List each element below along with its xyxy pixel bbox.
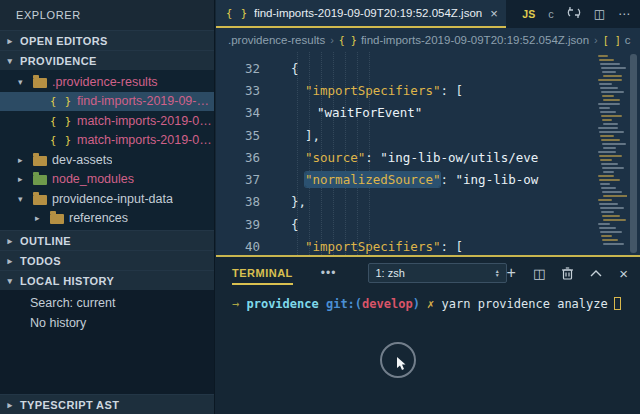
folder-icon (33, 156, 47, 166)
split-terminal-icon[interactable]: ◫ (533, 266, 545, 281)
minimap-line (598, 79, 622, 81)
c-badge-icon[interactable]: c (548, 8, 554, 20)
tree-item[interactable]: { }find-imports-2019-09-09T20... (0, 92, 214, 112)
tree-item[interactable]: { }match-imports-2019-09-09T... (0, 111, 214, 131)
line-number[interactable]: 38 (216, 194, 278, 209)
minimap-line (603, 219, 626, 221)
prompt-token: develop (362, 297, 413, 311)
section-providence[interactable]: ▾ PROVIDENCE (0, 50, 214, 70)
tab-find-imports-json[interactable]: { } find-imports-2019-09-09T20:19:52.054… (216, 0, 506, 28)
section-outline[interactable]: ▸ OUTLINE (0, 230, 214, 250)
minimap-line (603, 243, 624, 245)
minimap-line (601, 163, 618, 165)
tab-close-icon[interactable]: × (490, 6, 498, 21)
code-editor[interactable]: 32{33"importSpecifiers": [34"waitForEven… (216, 52, 640, 255)
code-line[interactable]: 40"importSpecifiers": [ (216, 235, 640, 255)
editor-actions: JS c ◫ ⋯ (522, 0, 640, 28)
sidebar-title: EXPLORER (0, 0, 214, 30)
tree-item[interactable]: { }match-imports-2019-09-09T... (0, 131, 214, 151)
line-content: "waitForEvent" (317, 105, 422, 120)
code-token: "importSpecifiers" (305, 83, 440, 98)
minimap-line (599, 59, 614, 61)
breadcrumb-segment[interactable]: { }find-imports-2019-09-09T20:19:52.054Z… (339, 34, 589, 46)
vscode-window: { "sidebar": { "title": "EXPLORER", "ope… (0, 0, 640, 414)
prompt-token: providence (246, 297, 318, 311)
tree-item-label: find-imports-2019-09-09T20... (77, 94, 214, 108)
shell-prompt: → providence git:(develop) ✗ yarn provid… (232, 297, 608, 311)
minimap-line (598, 175, 614, 177)
tree-item-label: match-imports-2019-09-09T... (77, 133, 214, 147)
tree-item[interactable]: ▸dev-assets (0, 150, 214, 170)
terminal-header: TERMINAL ••• 1: zsh ▲▼ + ◫ (216, 257, 640, 289)
breadcrumb-segment[interactable]: [ ]c (603, 34, 631, 46)
code-line[interactable]: 35], (216, 124, 640, 146)
tree-item[interactable]: ▸node_modules (0, 170, 214, 190)
section-todos[interactable]: ▸ TODOS (0, 250, 214, 270)
chevron-right-icon: ▸ (18, 174, 28, 184)
code-line[interactable]: 37"normalizedSource": "ing-lib-ow (216, 168, 640, 190)
terminal-tab[interactable]: TERMINAL (232, 261, 293, 285)
js-badge-icon[interactable]: JS (522, 8, 535, 20)
split-editor-icon[interactable]: ◫ (594, 7, 605, 21)
prompt-token: ✗ (420, 297, 442, 311)
more-actions-icon[interactable]: ⋯ (618, 7, 630, 21)
line-number[interactable]: 35 (216, 128, 278, 143)
code-line[interactable]: 33"importSpecifiers": [ (216, 79, 640, 101)
breadcrumb-segment[interactable]: .providence-results (228, 34, 325, 46)
code-token: { (291, 217, 299, 232)
tree-item-label: .providence-results (52, 75, 158, 89)
minimap-line (602, 95, 614, 97)
code-token: "normalizedSource" (305, 172, 440, 187)
folder-icon (33, 195, 47, 205)
terminal-select[interactable]: 1: zsh ▲▼ (368, 263, 506, 283)
section-typescript-ast[interactable]: ▸ TYPESCRIPT AST (0, 394, 214, 414)
close-panel-icon[interactable]: × (619, 265, 628, 282)
maximize-panel-icon[interactable] (590, 269, 602, 277)
line-number[interactable]: 39 (216, 217, 278, 232)
code-line[interactable]: 36"source": "ing-lib-ow/utils/eve (216, 146, 640, 168)
line-number[interactable]: 36 (216, 150, 278, 165)
line-content: { (291, 217, 299, 232)
minimap-line (598, 151, 616, 153)
terminal-output[interactable]: → providence git:(develop) ✗ yarn provid… (216, 289, 640, 311)
code-token: "ing-lib-ow (456, 172, 539, 187)
sync-icon[interactable] (567, 6, 581, 22)
minimap-line (600, 135, 614, 137)
minimap[interactable] (594, 52, 627, 255)
section-label: TODOS (20, 255, 61, 267)
kill-terminal-icon[interactable] (562, 267, 573, 280)
editor-scrollbar[interactable] (630, 54, 637, 253)
line-number[interactable]: 40 (216, 239, 278, 254)
tree-item-label: providence-input-data (52, 192, 173, 206)
tree-item-label: node_modules (52, 172, 134, 186)
tree-item[interactable]: ▾.providence-results (0, 72, 214, 92)
array-icon: [ ] (603, 35, 621, 46)
minimap-line (599, 83, 612, 85)
terminal-panel: TERMINAL ••• 1: zsh ▲▼ + ◫ (216, 255, 640, 414)
line-number[interactable]: 37 (216, 172, 278, 187)
code-token: }, (291, 194, 306, 209)
tree-item[interactable]: ▾providence-input-data (0, 189, 214, 209)
line-number[interactable]: 32 (216, 61, 278, 76)
local-history-search[interactable]: Search: current (0, 294, 214, 314)
code-line[interactable]: 38}, (216, 191, 640, 213)
prompt-token: → (232, 297, 246, 311)
breadcrumbs: .providence-results›{ }find-imports-2019… (216, 28, 640, 52)
code-line[interactable]: 39{ (216, 213, 640, 235)
new-terminal-icon[interactable]: + (507, 264, 516, 282)
minimap-line (601, 67, 626, 69)
code-area: 32{33"importSpecifiers": [34"waitForEven… (216, 52, 640, 255)
section-local-history[interactable]: ▾ LOCAL HISTORY (0, 270, 214, 290)
line-content: ], (305, 128, 320, 143)
minimap-line (600, 231, 622, 233)
section-open-editors[interactable]: ▸ OPEN EDITORS (0, 30, 214, 50)
minimap-line (599, 179, 620, 181)
code-line[interactable]: 32{ (216, 57, 640, 79)
code-token: "waitForEvent" (317, 105, 422, 120)
terminal-more-icon[interactable]: ••• (321, 266, 337, 280)
code-line[interactable]: 34"waitForEvent" (216, 102, 640, 124)
line-number[interactable]: 34 (216, 105, 278, 120)
tree-item[interactable]: ▸references (0, 209, 214, 229)
line-number[interactable]: 33 (216, 83, 278, 98)
breadcrumb-label: c (625, 34, 631, 46)
